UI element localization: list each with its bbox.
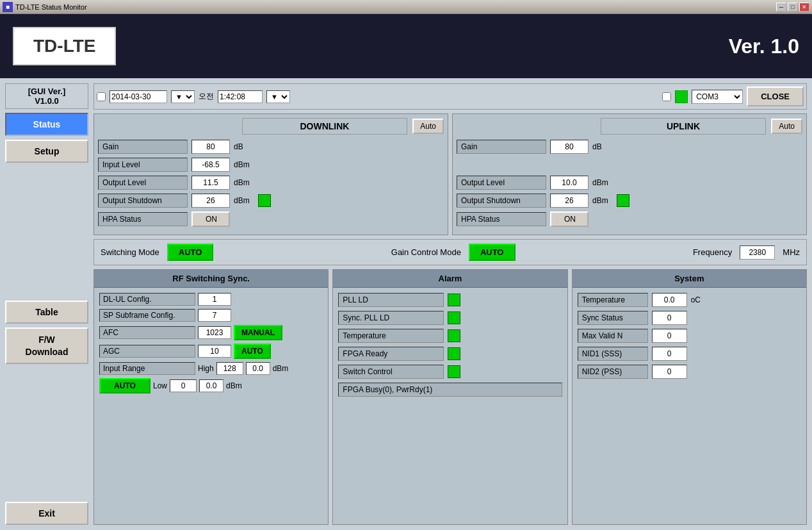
setup-button[interactable]: Setup	[5, 140, 88, 163]
ul-gain-unit: dB	[592, 142, 613, 151]
table-button[interactable]: Table	[5, 301, 88, 324]
ul-title: UPLINK	[601, 118, 767, 135]
gui-version-box: [GUI Ver.] V1.0.0	[5, 83, 88, 109]
dl-ul-config-label: DL-UL Config.	[99, 293, 195, 306]
low-unit: dBm	[226, 381, 242, 390]
rf-switching-section: RF Switching Sync. DL-UL Config. SP Subf…	[93, 269, 329, 525]
connection-led	[675, 90, 688, 103]
alarm-temperature-label: Temperature	[338, 329, 444, 343]
alarm-section-title: Alarm	[333, 270, 567, 288]
dl-output-shutdown-unit: dBm	[234, 196, 254, 205]
switching-mode-value[interactable]: AUTO	[167, 244, 214, 261]
nid2-value[interactable]	[652, 365, 687, 379]
ul-output-level-row: Output Level dBm	[457, 176, 802, 190]
com-checkbox[interactable]	[662, 92, 671, 101]
com-port-select[interactable]: COM3	[692, 90, 743, 104]
agc-row: AGC AUTO	[99, 344, 323, 359]
ul-gain-value[interactable]	[550, 140, 589, 154]
gain-control-mode-value[interactable]: AUTO	[469, 244, 516, 261]
system-section-title: System	[572, 270, 806, 288]
sync-pll-ld-row: Sync. PLL LD	[338, 311, 562, 325]
afc-value[interactable]	[198, 326, 231, 339]
dl-ul-config-value[interactable]	[198, 293, 231, 306]
dl-gain-value[interactable]	[191, 140, 230, 154]
dl-hpa-on-btn[interactable]: ON	[191, 211, 230, 227]
ul-output-shutdown-label: Output Shutdown	[457, 194, 546, 208]
time-dropdown[interactable]: ▼	[266, 90, 290, 103]
app-logo: TD-LTE	[13, 27, 116, 65]
input-range-low-dbm[interactable]	[199, 379, 223, 392]
dl-output-shutdown-value[interactable]	[191, 194, 230, 208]
sp-subframe-row: SP Subframe Config.	[99, 309, 323, 322]
input-range-low-value[interactable]	[170, 379, 197, 392]
sp-subframe-value[interactable]	[198, 309, 231, 322]
fpga-ready-label: FPGA Ready	[338, 347, 444, 361]
date-dropdown[interactable]: ▼	[171, 90, 195, 103]
dl-output-level-unit: dBm	[234, 178, 254, 187]
ul-output-level-unit: dBm	[592, 178, 613, 187]
ul-output-shutdown-value[interactable]	[550, 194, 589, 208]
afc-label: AFC	[99, 326, 195, 339]
sys-temperature-unit: oC	[691, 295, 701, 304]
fpga-ready-led	[448, 347, 460, 360]
sync-status-label: Sync Status	[578, 311, 648, 325]
input-range-high-dbm[interactable]	[246, 362, 270, 375]
dl-input-level-value[interactable]	[191, 158, 230, 172]
dl-output-level-value[interactable]	[191, 176, 230, 190]
system-section-body: Temperature oC Sync Status Max Valid N	[572, 288, 806, 524]
sync-status-value[interactable]	[652, 311, 687, 325]
close-btn[interactable]: ✕	[799, 3, 809, 12]
time-input[interactable]	[218, 90, 263, 103]
frequency-label: Frequency	[693, 247, 732, 257]
fw-download-button[interactable]: F/W Download	[5, 327, 88, 363]
exit-button[interactable]: Exit	[5, 502, 88, 525]
ul-output-shutdown-row: Output Shutdown dBm	[457, 194, 802, 208]
date-checkbox[interactable]	[97, 92, 106, 101]
input-range-high-value[interactable]	[216, 362, 243, 375]
sys-temperature-value[interactable]	[652, 293, 687, 307]
ul-hpa-on-btn[interactable]: ON	[550, 211, 589, 227]
ul-auto-button[interactable]: Auto	[771, 119, 802, 134]
status-button[interactable]: Status	[5, 113, 88, 136]
maximize-btn[interactable]: □	[788, 3, 798, 12]
high-label: High	[198, 364, 214, 373]
main-panel: ▼ 오전 ▼ COM3 CLOSE	[93, 83, 807, 525]
title-bar: ■ TD-LTE Status Monitor ─ □ ✕	[0, 0, 812, 14]
temperature-led	[448, 329, 460, 342]
ul-output-level-value[interactable]	[550, 176, 589, 190]
temperature-row: Temperature	[338, 329, 562, 343]
frequency-value[interactable]	[740, 245, 775, 260]
agc-label: AGC	[99, 345, 195, 358]
dl-hpa-status-row: HPA Status ON	[98, 211, 444, 227]
alarm-section: Alarm PLL LD Sync. PLL LD Temperature	[332, 269, 567, 525]
bottom-sections: RF Switching Sync. DL-UL Config. SP Subf…	[93, 269, 807, 525]
dl-gain-label: Gain	[98, 140, 188, 154]
dl-input-level-label: Input Level	[98, 158, 188, 172]
date-input[interactable]	[110, 90, 167, 103]
time-label: 오전	[199, 91, 214, 102]
ul-hpa-status-row: HPA Status ON	[457, 211, 802, 227]
dl-gain-unit: dB	[234, 142, 254, 151]
dl-auto-button[interactable]: Auto	[412, 119, 444, 134]
window-controls: ─ □ ✕	[776, 3, 809, 12]
sp-subframe-label: SP Subframe Config.	[99, 309, 195, 322]
pll-ld-row: PLL LD	[338, 293, 562, 307]
content-area: [GUI Ver.] V1.0.0 Status Setup Table F/W…	[0, 78, 812, 530]
agc-value[interactable]	[198, 345, 231, 358]
gui-ver-label: [GUI Ver.]	[8, 87, 85, 96]
ul-output-shutdown-unit: dBm	[592, 196, 613, 205]
nid1-value[interactable]	[652, 347, 687, 361]
agc-auto-button[interactable]: AUTO	[234, 344, 271, 359]
ul-header: UPLINK Auto	[457, 118, 802, 135]
dl-hpa-label: HPA Status	[98, 212, 188, 226]
dl-output-level-label: Output Level	[98, 176, 188, 190]
close-button[interactable]: CLOSE	[747, 87, 804, 106]
afc-manual-button[interactable]: MANUAL	[234, 325, 282, 340]
max-valid-n-value[interactable]	[652, 329, 687, 343]
minimize-btn[interactable]: ─	[776, 3, 786, 12]
input-range-auto-button[interactable]: AUTO	[99, 378, 150, 393]
dl-shutdown-led	[258, 194, 271, 207]
dl-output-shutdown-label: Output Shutdown	[98, 194, 188, 208]
dl-header: DOWNLINK Auto	[98, 118, 444, 135]
mode-bar: Switching Mode AUTO Gain Control Mode AU…	[93, 239, 807, 265]
